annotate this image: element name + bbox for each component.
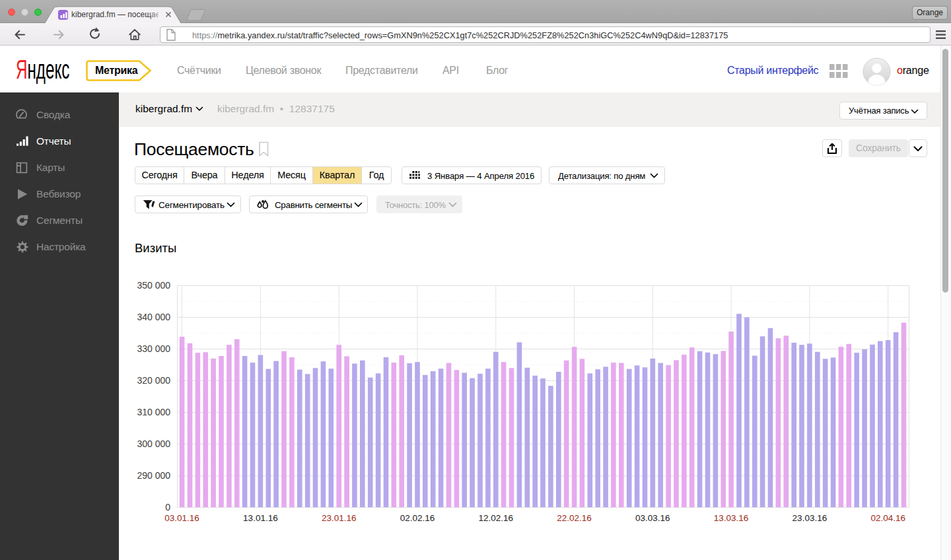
- svg-text:13.01.16: 13.01.16: [243, 513, 278, 523]
- svg-text:23.01.16: 23.01.16: [322, 513, 357, 523]
- svg-text:310 000: 310 000: [137, 407, 170, 417]
- svg-text:03.01.16: 03.01.16: [164, 513, 199, 523]
- svg-text:23.03.16: 23.03.16: [792, 513, 828, 523]
- svg-text:12.02.16: 12.02.16: [479, 513, 514, 523]
- svg-text:02.04.16: 02.04.16: [870, 513, 905, 523]
- svg-text:340 000: 340 000: [137, 312, 170, 322]
- svg-text:03.03.16: 03.03.16: [635, 513, 670, 523]
- svg-text:13.03.16: 13.03.16: [714, 513, 749, 523]
- svg-text:22.02.16: 22.02.16: [557, 513, 592, 523]
- svg-text:300 000: 300 000: [137, 438, 170, 449]
- svg-text:330 000: 330 000: [137, 343, 170, 354]
- svg-text:290 000: 290 000: [137, 470, 170, 481]
- svg-text:350 000: 350 000: [137, 280, 170, 291]
- svg-text:0: 0: [165, 502, 170, 512]
- svg-text:320 000: 320 000: [137, 375, 170, 386]
- svg-text:02.02.16: 02.02.16: [400, 513, 435, 523]
